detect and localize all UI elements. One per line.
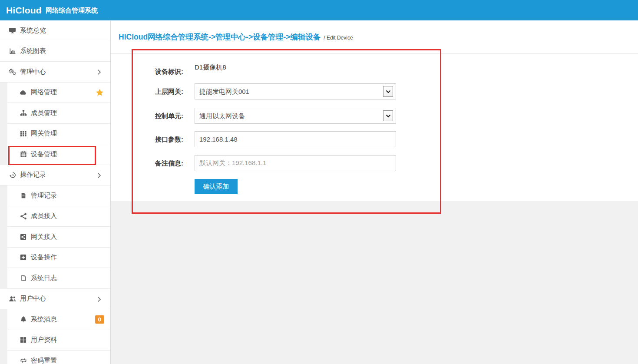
calendar-icon [19, 151, 27, 158]
remark-label: 备注信息: [143, 159, 183, 168]
sidebar-item-label: 设备操作 [31, 253, 57, 261]
control-unit-select[interactable]: 通用以太网设备 [195, 108, 396, 123]
plus-square-icon [19, 254, 27, 261]
sidebar-item-password-reset[interactable]: 密码重置 [7, 351, 110, 364]
sidebar-item-label: 设备管理 [31, 150, 57, 159]
sidebar-item-label: 网关接入 [31, 233, 57, 241]
sidebar-item-device-management[interactable]: 设备管理 [7, 144, 110, 165]
sidebar-item-label: 成员管理 [31, 109, 57, 117]
sidebar-item-management-center[interactable]: 管理中心 [0, 62, 110, 83]
star-icon [96, 89, 104, 96]
sidebar-item-system-overview[interactable]: 系统总览 [0, 20, 110, 41]
sidebar-item-label: 成员接入 [31, 212, 57, 220]
confirm-add-button[interactable]: 确认添加 [195, 179, 238, 194]
chevron-right-icon [97, 296, 101, 302]
chevron-right-icon [97, 172, 101, 179]
sitemap-icon [19, 109, 27, 117]
control-unit-label: 控制单元: [143, 112, 183, 120]
sidebar-item-label: 系统总览 [20, 26, 46, 35]
control-unit-select-wrapper: 通用以太网设备 [195, 108, 396, 124]
th-large-icon [19, 336, 27, 344]
sidebar-item-label: 用户资料 [31, 336, 57, 344]
device-id-label: 设备标识: [143, 67, 183, 76]
upper-gateway-select[interactable]: 捷能发电网关001 [195, 84, 396, 99]
share-icon [19, 212, 27, 220]
sidebar-item-label: 系统日志 [31, 274, 57, 282]
sidebar-item-label: 管理记录 [31, 192, 57, 200]
app-window: HiCloud 网络综合管理系统 系统总览 系统图表 管理中心 [0, 0, 638, 364]
interface-params-input[interactable] [195, 131, 396, 147]
brand-logo: HiCloud [6, 5, 42, 16]
file-text-icon [19, 192, 27, 199]
sidebar-item-label: 操作记录 [20, 171, 46, 179]
device-id-value: D1摄像机8 [195, 63, 226, 72]
bell-icon [19, 316, 27, 323]
sidebar-item-management-records[interactable]: 管理记录 [7, 185, 110, 206]
cloud-icon [19, 89, 27, 96]
sidebar-item-label: 系统图表 [20, 47, 46, 55]
sidebar-item-device-operation[interactable]: 设备操作 [7, 248, 110, 268]
sidebar-item-label: 网关管理 [31, 129, 57, 138]
sidebar-item-system-charts[interactable]: 系统图表 [0, 41, 110, 62]
sidebar-item-member-access[interactable]: 成员接入 [7, 206, 110, 227]
share-square-icon [19, 233, 27, 241]
interface-params-label: 接口参数: [143, 135, 183, 144]
content-panel [111, 54, 638, 201]
remark-input[interactable] [195, 155, 396, 171]
sidebar-item-network-management[interactable]: 网络管理 [7, 83, 110, 103]
sidebar-item-gateway-management[interactable]: 网关管理 [7, 124, 110, 145]
reset-icon [19, 357, 27, 364]
sidebar-item-label: 管理中心 [20, 68, 46, 76]
users-icon [8, 295, 17, 302]
sidebar-item-operation-records[interactable]: 操作记录 [0, 165, 110, 186]
product-title: 网络综合管理系统 [46, 7, 98, 15]
sidebar-item-system-logs[interactable]: 系统日志 [7, 268, 110, 289]
sidebar-item-label: 系统消息 [31, 315, 57, 324]
message-count-badge: 0 [95, 315, 104, 324]
sidebar-item-user-profile[interactable]: 用户资料 [7, 330, 110, 351]
sidebar-item-label: 密码重置 [31, 357, 57, 364]
breadcrumb: HiCloud网络综合管理系统->管理中心->设备管理->编辑设备 / Edit… [111, 20, 638, 53]
grid-icon [19, 130, 27, 137]
sidebar-item-label: 用户中心 [20, 295, 46, 303]
sidebar: 系统总览 系统图表 管理中心 网络管理 [0, 20, 111, 364]
file-icon [19, 275, 27, 282]
sidebar-item-system-messages[interactable]: 系统消息 0 [7, 309, 110, 330]
sidebar-item-member-management[interactable]: 成员管理 [7, 103, 110, 124]
sidebar-item-user-center[interactable]: 用户中心 [0, 289, 110, 310]
breadcrumb-suffix: / Edit Device [324, 35, 353, 41]
top-bar: HiCloud 网络综合管理系统 [0, 0, 638, 20]
gears-icon [8, 68, 17, 76]
chevron-right-icon [97, 69, 101, 75]
breadcrumb-path[interactable]: HiCloud网络综合管理系统->管理中心->设备管理->编辑设备 [119, 32, 321, 42]
sidebar-item-gateway-access[interactable]: 网关接入 [7, 227, 110, 248]
main-content: HiCloud网络综合管理系统->管理中心->设备管理->编辑设备 / Edit… [111, 20, 638, 364]
bar-chart-icon [8, 47, 17, 55]
desktop-icon [8, 27, 17, 34]
upper-gateway-select-wrapper: 捷能发电网关001 [195, 83, 396, 99]
upper-gateway-label: 上层网关: [143, 87, 183, 96]
history-icon [8, 171, 17, 179]
sidebar-item-label: 网络管理 [31, 88, 57, 96]
